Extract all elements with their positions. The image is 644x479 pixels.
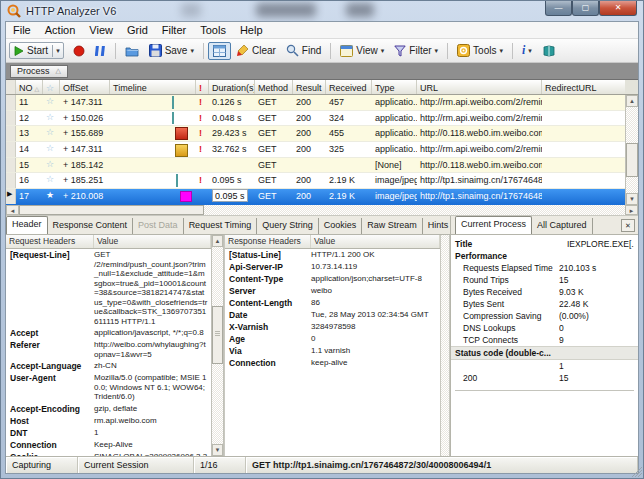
info-icon: i xyxy=(522,43,525,58)
tools-menu-button[interactable]: Tools ▾ xyxy=(452,41,508,60)
scroll-down-button[interactable]: ▼ xyxy=(626,193,638,205)
tab-response-content[interactable]: Response Content xyxy=(48,218,134,234)
header-star[interactable]: ☆ xyxy=(43,80,60,94)
table-row-selected[interactable]: ▶ 17 ★ + 210.008 0.095 s GET 200 2.19 K … xyxy=(6,189,625,205)
star-icon[interactable]: ★ xyxy=(43,189,60,204)
request-headers-list[interactable]: [Request-Line]GET /2/remind/push_count.j… xyxy=(6,249,211,456)
table-row[interactable]: 14 ☆ + 147.311 ! 32.762 s GET 200 325 ap… xyxy=(6,142,625,158)
scroll-thumb[interactable] xyxy=(19,205,204,215)
request-headers-column[interactable]: Request Headers xyxy=(6,235,94,248)
scroll-right-button[interactable]: ► xyxy=(625,205,638,215)
header-value: rm.api.weibo.com xyxy=(94,415,211,427)
save-dropdown[interactable]: ▾ xyxy=(190,47,194,55)
scroll-thumb[interactable] xyxy=(212,306,223,364)
header-result[interactable]: Result xyxy=(293,80,326,94)
group-by-process[interactable]: Process △ xyxy=(10,65,68,78)
scroll-thumb[interactable] xyxy=(626,143,638,177)
tab-current-process[interactable]: Current Process xyxy=(455,216,532,234)
grid-horizontal-scrollbar[interactable]: ◄ ► xyxy=(6,205,638,216)
star-icon[interactable]: ☆ xyxy=(43,158,60,173)
filter-menu-button[interactable]: Filter ▾ xyxy=(389,42,443,60)
request-panel-scrollbar[interactable]: ▲ ▼ xyxy=(211,235,224,456)
menu-help[interactable]: Help xyxy=(233,23,270,37)
header-received[interactable]: Received xyxy=(326,80,372,94)
header-name: Referer xyxy=(6,339,94,351)
start-button[interactable]: Start ▾ xyxy=(9,42,64,59)
header-offset[interactable]: OffSet xyxy=(60,80,110,94)
header-timeline[interactable]: Timeline xyxy=(110,80,196,94)
find-button[interactable]: Find xyxy=(281,41,326,60)
response-value-column[interactable]: Value xyxy=(311,235,440,248)
star-icon[interactable]: ☆ xyxy=(43,95,60,110)
cell-method: GET xyxy=(255,158,293,173)
panel-close-button[interactable]: ✕ xyxy=(621,219,635,232)
header-duration[interactable]: Duration(s) xyxy=(209,80,255,94)
tab-header[interactable]: Header xyxy=(6,216,48,234)
star-icon[interactable]: ☆ xyxy=(43,126,60,141)
record-button[interactable] xyxy=(68,42,90,60)
scroll-up-button[interactable]: ▲ xyxy=(626,95,638,107)
close-button[interactable]: ✕ xyxy=(599,1,637,16)
response-headers-list[interactable]: [Status-Line]HTTP/1.1 200 OK Api-Server-… xyxy=(225,249,440,456)
star-icon[interactable]: ☆ xyxy=(43,173,60,188)
menu-file[interactable]: File xyxy=(6,23,38,37)
tab-raw-stream[interactable]: Raw Stream xyxy=(362,218,423,234)
header-name: [Request-Line] xyxy=(6,249,94,261)
session-name: Current Session xyxy=(78,457,194,473)
tab-all-captured[interactable]: All Captured xyxy=(532,218,593,234)
cell-redirecturl xyxy=(542,95,625,110)
header-value: Keep-Alive xyxy=(94,439,211,451)
scroll-down-button[interactable]: ▼ xyxy=(212,444,223,456)
cell-received: 457 xyxy=(326,95,372,110)
menu-tools[interactable]: Tools xyxy=(193,23,233,37)
header-value: keep-alive xyxy=(311,357,440,369)
maximize-button[interactable]: ▢ xyxy=(572,1,599,16)
header-type[interactable]: Type xyxy=(372,80,417,94)
table-row[interactable]: 16 ☆ + 185.251 ! 0.095 s GET 200 2.19 K … xyxy=(6,173,625,189)
menu-view[interactable]: View xyxy=(82,23,120,37)
header-method[interactable]: Method xyxy=(255,80,293,94)
clear-button[interactable]: Clear xyxy=(231,41,281,60)
tab-hints[interactable]: Hints (2) xyxy=(423,218,450,234)
request-value-column[interactable]: Value xyxy=(94,235,211,248)
scroll-track[interactable] xyxy=(204,205,625,215)
tab-request-timing[interactable]: Request Timing xyxy=(184,218,258,234)
table-row[interactable]: 11 ☆ + 147.311 ! 0.126 s GET 200 457 app… xyxy=(6,95,625,111)
help-button[interactable] xyxy=(537,42,561,60)
cell-method: GET xyxy=(255,111,293,126)
stat-value: 15 xyxy=(559,275,634,285)
info-button[interactable]: i ▾ xyxy=(517,40,537,61)
start-dropdown[interactable]: ▾ xyxy=(52,45,63,57)
resize-grip[interactable] xyxy=(631,466,642,477)
view-menu-button[interactable]: View ▾ xyxy=(335,42,389,60)
header-bang[interactable]: ! xyxy=(196,80,209,94)
titlebar[interactable]: HTTP Analyzer V6 — ▢ ✕ xyxy=(1,1,643,21)
stat-label: Compression Saving xyxy=(455,311,559,321)
table-row[interactable]: 12 ☆ + 150.026 ! 0.048 s GET 200 324 app… xyxy=(6,111,625,127)
header-url[interactable]: URL xyxy=(417,80,542,94)
star-icon[interactable]: ☆ xyxy=(43,142,60,157)
minimize-button[interactable]: — xyxy=(545,1,572,16)
save-button[interactable]: Save ▾ xyxy=(144,41,199,60)
open-button[interactable] xyxy=(120,42,144,60)
star-icon[interactable]: ☆ xyxy=(43,111,60,126)
scroll-left-button[interactable]: ◄ xyxy=(6,205,19,215)
cell-duration: 0.095 s xyxy=(212,189,248,202)
table-row[interactable]: 13 ☆ + 155.689 ! 29.423 s GET 200 455 ap… xyxy=(6,126,625,142)
grid-vertical-scrollbar[interactable]: ▲ ▼ xyxy=(625,95,638,205)
scroll-up-button[interactable]: ▲ xyxy=(212,235,223,247)
panel-splitter[interactable] xyxy=(440,235,450,456)
header-value: Mozilla/5.0 (compatible; MSIE 10.0; Wind… xyxy=(94,372,211,403)
table-row[interactable]: 15 ☆ + 185.142 GET [None] http://0.118.w… xyxy=(6,158,625,174)
response-headers-column[interactable]: Response Headers xyxy=(225,235,311,248)
header-redirecturl[interactable]: RedirectURL xyxy=(542,80,625,94)
grid-view-toggle-button[interactable] xyxy=(208,42,231,60)
tools-gear-icon xyxy=(457,44,470,57)
tab-cookies[interactable]: Cookies xyxy=(319,218,363,234)
header-no[interactable]: NO△ xyxy=(16,80,43,94)
tab-query-string[interactable]: Query String xyxy=(257,218,319,234)
menu-action[interactable]: Action xyxy=(38,23,83,37)
menu-filter[interactable]: Filter xyxy=(155,23,193,37)
pause-button[interactable] xyxy=(90,42,111,60)
menu-grid[interactable]: Grid xyxy=(120,23,155,37)
